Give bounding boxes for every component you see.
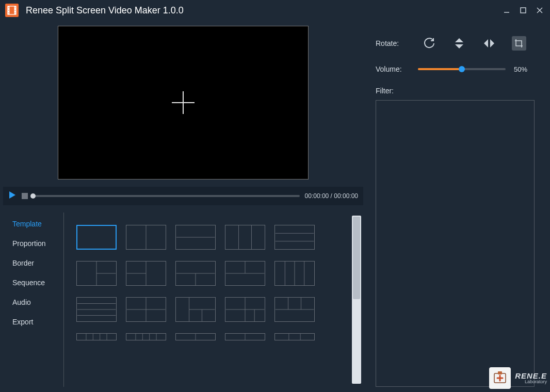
svg-marker-13 xyxy=(9,191,15,199)
flip-vertical-button[interactable] xyxy=(452,36,466,51)
svg-point-3 xyxy=(8,7,9,8)
template-scrollbar[interactable] xyxy=(352,216,361,384)
titlebar: Renee Split Screen Video Maker 1.0.0 xyxy=(0,0,550,21)
svg-rect-10 xyxy=(521,8,526,13)
seek-knob[interactable] xyxy=(30,193,36,199)
svg-point-8 xyxy=(15,12,16,13)
play-button[interactable] xyxy=(8,191,17,201)
brand-sub: Laboratory xyxy=(515,380,547,384)
playback-bar: 00:00:00 / 00:00:00 xyxy=(3,187,363,205)
add-video-icon xyxy=(171,90,196,115)
tab-proportion[interactable]: Proportion xyxy=(3,235,63,252)
svg-point-4 xyxy=(8,10,9,11)
template-mix-a[interactable] xyxy=(175,297,216,322)
template-mix-c[interactable] xyxy=(274,297,315,322)
svg-point-5 xyxy=(8,12,9,13)
brand-name: RENE.E xyxy=(515,372,547,380)
volume-label: Volume: xyxy=(376,65,412,73)
template-2x2[interactable] xyxy=(126,297,166,322)
template-grid xyxy=(76,225,348,340)
template-5c[interactable] xyxy=(175,333,216,340)
template-l-split-right[interactable] xyxy=(76,261,117,286)
brand-badge-icon xyxy=(489,367,511,389)
template-t-top[interactable] xyxy=(175,261,216,286)
volume-value: 50% xyxy=(514,66,535,73)
template-l-split-left[interactable] xyxy=(126,261,166,286)
tab-list: Template Proportion Border Sequence Audi… xyxy=(3,213,64,387)
svg-point-6 xyxy=(15,7,16,8)
template-1x1[interactable] xyxy=(76,225,117,250)
template-mix-b[interactable] xyxy=(225,297,265,322)
template-3cols[interactable] xyxy=(225,225,265,250)
tab-template[interactable]: Template xyxy=(3,216,63,232)
tab-border[interactable]: Border xyxy=(3,255,63,271)
brand-logo: RENE.E Laboratory xyxy=(489,367,547,389)
app-title: Renee Split Screen Video Maker 1.0.0 xyxy=(26,5,184,16)
seek-slider[interactable] xyxy=(33,195,300,197)
svg-marker-57 xyxy=(455,38,463,42)
close-button[interactable] xyxy=(535,5,545,15)
template-4cols[interactable] xyxy=(274,261,315,286)
rotate-cw-button[interactable] xyxy=(422,36,436,51)
template-2rows[interactable] xyxy=(175,225,216,250)
svg-point-7 xyxy=(15,10,16,11)
video-preview[interactable] xyxy=(58,26,309,179)
filter-label: Filter: xyxy=(376,87,535,95)
template-5a[interactable] xyxy=(76,333,117,340)
tab-sequence[interactable]: Sequence xyxy=(3,274,63,291)
tab-export[interactable]: Export xyxy=(3,314,63,330)
svg-rect-62 xyxy=(498,371,502,374)
template-t-bottom[interactable] xyxy=(225,261,265,286)
rotate-label: Rotate: xyxy=(376,39,412,47)
scrollbar-thumb[interactable] xyxy=(353,217,360,299)
volume-slider[interactable] xyxy=(418,68,506,70)
svg-marker-59 xyxy=(484,39,488,47)
filter-list[interactable] xyxy=(376,100,535,387)
timecode: 00:00:00 / 00:00:00 xyxy=(305,192,358,200)
crop-button[interactable] xyxy=(512,36,526,51)
rotate-row: Rotate: xyxy=(376,36,535,51)
svg-marker-58 xyxy=(455,44,463,48)
template-5b[interactable] xyxy=(126,333,166,340)
template-2cols[interactable] xyxy=(126,225,166,250)
stop-button[interactable] xyxy=(22,193,28,199)
tab-audio[interactable]: Audio xyxy=(3,294,63,311)
template-5d[interactable] xyxy=(225,333,265,340)
template-3rows[interactable] xyxy=(274,225,315,250)
minimize-button[interactable] xyxy=(502,5,512,15)
app-icon xyxy=(5,4,19,17)
volume-row: Volume: 50% xyxy=(376,65,535,73)
volume-fill xyxy=(418,68,462,70)
template-4rows[interactable] xyxy=(76,297,117,322)
maximize-button[interactable] xyxy=(518,5,528,15)
volume-knob[interactable] xyxy=(459,66,465,72)
template-5e[interactable] xyxy=(274,333,315,340)
flip-horizontal-button[interactable] xyxy=(482,36,496,51)
svg-marker-60 xyxy=(490,39,494,47)
